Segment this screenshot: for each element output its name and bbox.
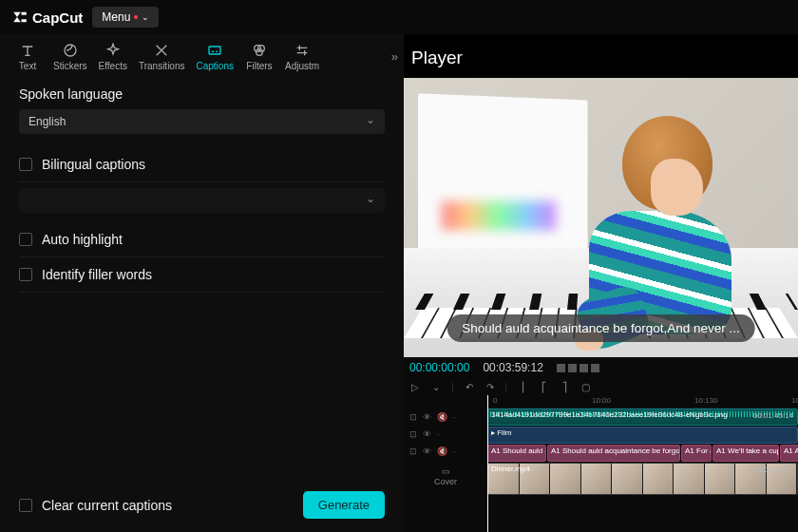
eye-icon: 👁	[423, 412, 431, 422]
caption-track[interactable]: A1 Should auld acquai A1 Should auld acq…	[487, 445, 798, 462]
transitions-icon	[153, 42, 170, 59]
captions-panel: Spoken language English Bilingual captio…	[0, 77, 404, 532]
delete-icon[interactable]: ▢	[580, 381, 591, 392]
caption-clip[interactable]: A1 Should auld acquaintance be forgot,An…	[547, 445, 680, 462]
filler-words-checkbox[interactable]	[19, 268, 32, 281]
auto-highlight-option: Auto highlight	[19, 222, 385, 257]
menu-button[interactable]: Menu ⌄	[92, 7, 159, 28]
spoken-language-label: Spoken language	[19, 86, 385, 102]
mute-icon: 🔇	[437, 412, 447, 422]
tab-filters[interactable]: Filters	[239, 40, 279, 73]
time-duration: 00:03:59:12	[483, 361, 542, 374]
fx-clip[interactable]: ▸ Film	[487, 427, 798, 444]
auto-highlight-checkbox[interactable]	[19, 233, 32, 246]
right-panel: Player Should auld acquai	[404, 34, 798, 532]
audio-clip[interactable]: 3414ad4191dd297799e1a34b7840e232baee19fe…	[487, 408, 798, 426]
chevron-down-icon: ⌄	[142, 12, 149, 22]
filler-words-option: Identify filler words	[19, 257, 385, 293]
svg-rect-1	[209, 47, 220, 54]
time-ruler[interactable]: 0 10:00 10:130 100:20	[487, 395, 798, 408]
menu-dot-icon	[134, 15, 138, 19]
capcut-logo-icon	[11, 9, 28, 26]
caption-clip[interactable]: A1 For auld	[681, 445, 712, 462]
time-current: 00:00:00:00	[409, 361, 469, 374]
filters-icon	[251, 42, 268, 59]
playhead[interactable]	[487, 395, 488, 532]
preview-caption: Should auld acquaintance be forgot,And n…	[446, 314, 755, 342]
track-audio-controls[interactable]: ⊡👁🔇·	[404, 408, 487, 426]
svg-point-0	[65, 45, 76, 56]
timeline: 00:00:00:00 00:03:59:12 ▷ ⌄ | ↶ ↷ | ⎮ ⎡ …	[404, 357, 798, 532]
auto-highlight-label: Auto highlight	[42, 232, 123, 247]
caption-clip[interactable]: A1 And he	[780, 445, 798, 462]
video-preview[interactable]: Should auld acquaintance be forgot,And n…	[404, 78, 798, 357]
tab-effects[interactable]: Effects	[93, 40, 133, 73]
fx-track[interactable]: ▸ Film	[487, 427, 798, 444]
track-fx-controls[interactable]: ⊡👁·	[404, 426, 487, 443]
generate-button[interactable]: Generate	[303, 491, 385, 519]
bilingual-checkbox[interactable]	[19, 158, 32, 171]
cover-icon: ▭	[442, 466, 450, 476]
tabs-overflow-icon[interactable]: »	[391, 49, 398, 64]
chevron-down-icon[interactable]: ⌄	[430, 381, 442, 392]
trim-left-icon[interactable]: ⎡	[538, 381, 549, 392]
brand-name: CapCut	[32, 10, 83, 26]
timeline-tracks[interactable]: 0 10:00 10:130 100:20 3414ad4191dd297799…	[487, 395, 798, 532]
tab-transitions[interactable]: Transitions	[133, 40, 191, 73]
player-title: Player	[404, 34, 798, 78]
tab-text[interactable]: Text	[8, 40, 48, 73]
svg-point-4	[256, 49, 263, 56]
titlebar: CapCut Menu ⌄	[0, 0, 798, 34]
language-select[interactable]: English	[19, 109, 385, 134]
caption-clip[interactable]: A1 Should auld acquai	[487, 445, 546, 462]
tool-tabs: Text Stickers Effects Transitions Captio…	[0, 34, 404, 77]
audio-track[interactable]: 3414ad4191dd297799e1a34b7840e232baee19fe…	[487, 408, 798, 426]
video-clip[interactable]: Dinner.mp4 00:03:59:12	[487, 463, 798, 495]
clear-captions-checkbox[interactable]	[19, 499, 32, 512]
redo-icon[interactable]: ↷	[484, 381, 496, 392]
clear-captions-label: Clear current captions	[42, 498, 172, 513]
video-track[interactable]: Dinner.mp4 00:03:59:12	[487, 463, 798, 495]
bilingual-option: Bilingual captions	[19, 147, 385, 182]
tab-adjustment[interactable]: Adjustm	[279, 40, 325, 73]
pointer-tool-icon[interactable]: ▷	[409, 381, 421, 392]
left-panel: Text Stickers Effects Transitions Captio…	[0, 34, 404, 532]
bilingual-label: Bilingual captions	[42, 157, 145, 172]
bilingual-language-select[interactable]	[19, 188, 385, 213]
tab-captions[interactable]: Captions	[191, 40, 239, 73]
lock-icon: ⊡	[409, 412, 417, 422]
captions-icon	[206, 42, 223, 59]
trim-right-icon[interactable]: ⎤	[559, 381, 570, 392]
undo-icon[interactable]: ↶	[464, 381, 475, 392]
filler-words-label: Identify filler words	[42, 267, 152, 282]
caption-clip[interactable]: A1 We'll take a cup of	[712, 445, 779, 462]
adjustment-icon	[294, 42, 311, 59]
stickers-icon	[62, 42, 79, 59]
view-grid-icon[interactable]	[557, 364, 599, 372]
split-icon[interactable]: ⎮	[517, 381, 528, 392]
tab-stickers[interactable]: Stickers	[48, 40, 93, 73]
effects-icon	[104, 42, 122, 59]
text-icon	[19, 42, 36, 59]
track-caption-controls[interactable]: ⊡👁🔇·	[404, 443, 487, 460]
app-logo: CapCut	[11, 9, 83, 26]
track-headers: ⊡👁🔇· ⊡👁· ⊡👁🔇· ▭ Cover	[404, 395, 487, 532]
timeline-toolbar: ▷ ⌄ | ↶ ↷ | ⎮ ⎡ ⎤ ▢	[404, 378, 798, 395]
track-cover[interactable]: ▭ Cover	[404, 460, 487, 492]
